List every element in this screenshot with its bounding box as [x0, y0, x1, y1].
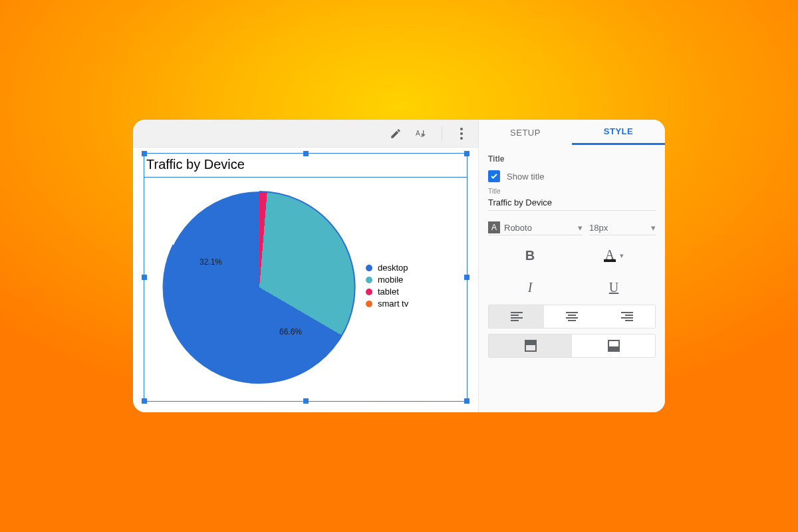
- font-color-button[interactable]: A ▾: [572, 243, 656, 267]
- font-family-value: Roboto: [504, 223, 532, 233]
- show-title-checkbox[interactable]: [488, 170, 500, 182]
- more-icon[interactable]: [454, 126, 469, 141]
- align-center-icon: [566, 312, 578, 321]
- resize-handle[interactable]: [142, 151, 147, 156]
- canvas-body: Traffic by Device 66.6% 32.1% desktop mo…: [133, 148, 478, 412]
- pie-chart: 66.6% 32.1%: [160, 188, 359, 387]
- legend-label: smart tv: [378, 299, 408, 309]
- properties-panel: SETUP STYLE Title Show title Title A Rob…: [479, 120, 665, 412]
- legend-swatch: [366, 277, 372, 283]
- panel-body: Title Show title Title A Roboto ▾ 18px ▾: [479, 145, 665, 412]
- slice-label-small: 32.1%: [200, 257, 222, 267]
- editor-window: AZ Traffic by Device: [133, 120, 665, 412]
- align-right-button[interactable]: [600, 305, 655, 328]
- italic-button[interactable]: I: [488, 275, 572, 299]
- valign-bottom-button[interactable]: [572, 334, 655, 357]
- resize-handle[interactable]: [142, 275, 147, 280]
- resize-handle[interactable]: [464, 151, 469, 156]
- font-family-select[interactable]: A Roboto ▾: [488, 220, 583, 235]
- font-icon: A: [488, 221, 500, 233]
- horizontal-align-group: [488, 305, 656, 329]
- chart-title: Traffic by Device: [146, 157, 245, 172]
- legend-item: smart tv: [366, 299, 408, 309]
- canvas-area: AZ Traffic by Device: [133, 120, 479, 412]
- bold-button[interactable]: B: [488, 243, 572, 267]
- legend-item: desktop: [366, 263, 408, 273]
- chevron-down-icon: ▾: [620, 251, 624, 260]
- align-left-icon: [511, 312, 523, 321]
- section-title-label: Title: [488, 154, 656, 164]
- legend-label: desktop: [378, 263, 408, 273]
- svg-point-2: [460, 128, 463, 130]
- resize-handle[interactable]: [464, 275, 469, 280]
- legend-item: mobile: [366, 275, 408, 285]
- tab-setup[interactable]: SETUP: [479, 120, 572, 145]
- legend-swatch: [366, 289, 372, 295]
- tab-style[interactable]: STYLE: [572, 120, 665, 145]
- resize-handle[interactable]: [303, 398, 309, 404]
- show-title-label: Show title: [507, 172, 544, 182]
- valign-top-button[interactable]: [489, 334, 572, 357]
- legend-label: tablet: [378, 287, 399, 297]
- legend-label: mobile: [378, 275, 403, 285]
- font-size-select[interactable]: 18px ▾: [589, 220, 656, 235]
- vertical-align-group: [488, 334, 656, 358]
- svg-point-3: [460, 132, 463, 135]
- title-divider: [144, 177, 467, 178]
- underline-button[interactable]: U: [572, 275, 656, 299]
- legend-swatch: [366, 265, 372, 271]
- svg-text:A: A: [416, 130, 420, 137]
- resize-handle[interactable]: [142, 398, 147, 404]
- pie-outline: [160, 188, 359, 387]
- resize-handle[interactable]: [303, 151, 309, 156]
- sort-az-icon[interactable]: AZ: [415, 126, 430, 141]
- toolbar-divider: [442, 126, 442, 141]
- title-input[interactable]: [488, 195, 656, 211]
- align-center-button[interactable]: [544, 305, 599, 328]
- chart-legend: desktop mobile tablet smart tv: [366, 261, 408, 311]
- valign-bottom-icon: [608, 340, 620, 352]
- svg-point-4: [460, 137, 463, 140]
- align-right-icon: [621, 312, 633, 321]
- resize-handle[interactable]: [464, 398, 469, 404]
- title-field-label: Title: [488, 188, 656, 195]
- valign-top-icon: [525, 340, 537, 352]
- align-left-button[interactable]: [489, 305, 544, 328]
- legend-item: tablet: [366, 287, 408, 297]
- chevron-down-icon: ▾: [578, 223, 583, 233]
- legend-swatch: [366, 301, 372, 307]
- canvas-toolbar: AZ: [133, 120, 478, 148]
- panel-tabs: SETUP STYLE: [479, 120, 665, 145]
- slice-label-large: 66.6%: [279, 327, 302, 336]
- chevron-down-icon: ▾: [651, 223, 656, 233]
- edit-icon[interactable]: [388, 126, 403, 141]
- font-size-value: 18px: [589, 223, 608, 233]
